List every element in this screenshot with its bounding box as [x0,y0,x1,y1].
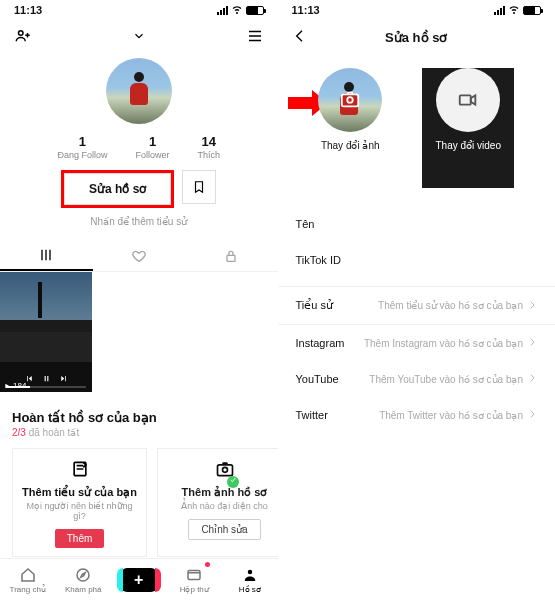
svg-rect-6 [188,570,200,579]
check-badge [227,476,239,488]
tab-liked[interactable] [93,241,186,271]
view-count: 184 [3,381,26,390]
card-add-photo[interactable]: Thêm ảnh hồ sơ Ảnh nào đại diện cho Chỉn… [157,448,278,557]
status-time: 11:13 [292,4,320,16]
avatar[interactable] [106,58,172,124]
status-right [217,3,264,17]
signal-icon [494,6,505,15]
tab-private[interactable] [185,241,278,271]
field-instagram[interactable]: Instagram Thêm Instagram vào hồ sơ của b… [296,325,538,361]
card-button[interactable]: Thêm [55,529,105,548]
stat-number: 1 [136,134,170,149]
svg-point-9 [348,97,354,103]
edit-header: Sửa hồ sơ [278,20,556,54]
media-label: Thay đổi ảnh [318,140,382,151]
chevron-right-icon [527,409,537,421]
profile-header [0,20,278,54]
tab-home[interactable]: Trang chủ [0,559,56,600]
card-sub: Ảnh nào đại diện cho [166,501,278,511]
battery-icon [246,6,264,15]
media-label: Thay đổi video [422,140,514,151]
video-thumbnail[interactable]: 184 [0,272,92,392]
field-tiktok-id[interactable]: TikTok ID [296,242,538,278]
wifi-icon [231,3,243,17]
edit-row: Sửa hồ sơ [0,170,278,208]
chevron-down-icon[interactable] [132,29,146,46]
bio-icon [70,459,90,479]
notification-dot [205,562,210,567]
home-icon [19,566,37,584]
page-title: Sửa hồ sơ [308,30,526,45]
tab-profile[interactable]: Hồ sơ [222,559,278,600]
tab-grid[interactable] [0,241,93,271]
plus-icon: + [121,568,157,592]
play-icon [3,382,11,390]
stat-number: 1 [57,134,107,149]
svg-point-7 [248,569,253,574]
tab-discover[interactable]: Khám phá [56,559,112,600]
stat-likes[interactable]: 14 Thích [198,134,221,160]
card-title: Thêm tiểu sử của bạn [21,486,138,499]
fields: Tên TikTok ID Tiểu sử Thêm tiểu sử vào h… [278,188,556,433]
screen-profile: 11:13 1 Đang Follow 1 Follower 14 Thích [0,0,278,600]
svg-point-5 [77,569,89,581]
field-bio[interactable]: Tiểu sử Thêm tiểu sử vào hồ sơ của bạn [296,287,538,324]
add-bio-link[interactable]: Nhấn để thêm tiểu sử [0,216,278,227]
highlight-box: Sửa hồ sơ [61,170,174,208]
chevron-right-icon [527,337,537,349]
battery-icon [523,6,541,15]
svg-rect-10 [460,95,471,104]
video-grid: 184 [0,272,278,392]
field-name[interactable]: Tên [296,206,538,242]
status-bar: 11:13 [0,0,278,20]
svg-point-4 [222,467,227,472]
back-button[interactable] [292,28,308,47]
avatar-wrap [0,58,278,124]
profile-icon [241,566,259,584]
change-video[interactable]: Thay đổi video [422,68,514,188]
compass-icon [74,566,92,584]
content-tabs [0,241,278,272]
bottom-tab-bar: Trang chủ Khám phá + Hộp thư Hồ sơ [0,558,278,600]
svg-rect-1 [227,255,235,261]
card-add-bio[interactable]: Thêm tiểu sử của bạn Mọi người nên biết … [12,448,147,557]
complete-profile-section: Hoàn tất hồ sơ của bạn 2/3 đã hoàn tất T… [0,400,278,557]
section-sub: 2/3 đã hoàn tất [12,427,266,438]
wifi-icon [508,3,520,17]
svg-rect-3 [217,465,232,476]
bookmark-button[interactable] [182,170,216,204]
next-icon [59,374,68,383]
tab-create[interactable]: + [111,559,167,600]
chevron-right-icon [527,373,537,385]
menu-icon[interactable] [246,27,264,48]
add-person-icon[interactable] [14,27,32,48]
status-right [494,3,541,17]
cards-row: Thêm tiểu sử của bạn Mọi người nên biết … [12,448,266,557]
change-photo[interactable]: Thay đổi ảnh [318,68,382,188]
inbox-icon [185,566,203,584]
stat-following[interactable]: 1 Đang Follow [57,134,107,160]
stats-row: 1 Đang Follow 1 Follower 14 Thích [0,134,278,160]
field-youtube[interactable]: YouTube Thêm YouTube vào hồ sơ của bạn [296,361,538,397]
tab-inbox[interactable]: Hộp thư [167,559,223,600]
stat-number: 14 [198,134,221,149]
status-bar: 11:13 [278,0,556,20]
stat-label: Đang Follow [57,150,107,160]
media-row: Thay đổi ảnh Thay đổi video [278,68,556,188]
svg-point-0 [19,30,24,35]
stat-followers[interactable]: 1 Follower [136,134,170,160]
bookmark-icon [192,180,206,194]
chevron-right-icon [527,300,537,312]
field-twitter[interactable]: Twitter Thêm Twitter vào hồ sơ của bạn [296,397,538,433]
card-sub: Mọi người nên biết những gì? [21,501,138,521]
stat-label: Follower [136,150,170,160]
svg-rect-8 [342,94,359,106]
section-title: Hoàn tất hồ sơ của bạn [12,410,266,425]
card-button[interactable]: Chỉnh sửa [188,519,260,540]
camera-icon [339,88,361,113]
edit-profile-button[interactable]: Sửa hồ sơ [64,173,171,205]
status-time: 11:13 [14,4,42,16]
video-icon [457,89,479,111]
card-title: Thêm ảnh hồ sơ [166,486,278,499]
signal-icon [217,6,228,15]
